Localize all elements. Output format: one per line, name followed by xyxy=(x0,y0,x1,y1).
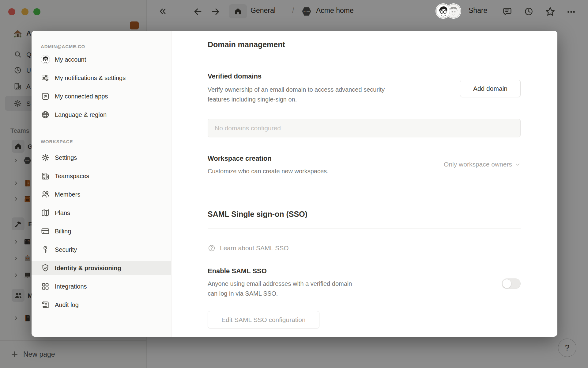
sidebar-item-identity-provisioning[interactable]: Identity & provisioning xyxy=(32,261,171,275)
learn-saml-link[interactable]: Learn about SAML SSO xyxy=(208,242,521,254)
sidebar-item-label: My notifications & settings xyxy=(55,75,126,82)
workspace-creation-heading: Workspace creation xyxy=(208,154,329,163)
sidebar-item-label: Integrations xyxy=(55,283,87,290)
workspace-creation-description: Customize who can create new workspaces. xyxy=(208,166,329,176)
enable-saml-heading: Enable SAML SSO xyxy=(208,266,352,276)
verified-domains-heading: Verified domains xyxy=(208,72,385,81)
page-title: Domain management xyxy=(208,39,521,50)
sidebar-item-label: Language & region xyxy=(55,111,107,118)
people-icon xyxy=(41,190,50,199)
sidebar-item-label: Security xyxy=(55,246,77,253)
key-icon xyxy=(41,245,50,254)
settings-sidebar: ADMIN@ACME.CO My account My notification… xyxy=(32,31,172,337)
sidebar-item-audit-log[interactable]: Audit log xyxy=(32,298,171,312)
add-domain-button[interactable]: Add domain xyxy=(460,80,521,97)
chevron-down-icon xyxy=(514,161,521,167)
question-circle-icon xyxy=(208,244,216,252)
gear-icon xyxy=(41,153,50,162)
sidebar-item-members[interactable]: Members xyxy=(32,188,171,201)
sidebar-item-plans[interactable]: Plans xyxy=(32,206,171,220)
scroll-icon xyxy=(41,300,50,309)
building-icon xyxy=(41,171,50,181)
sidebar-item-billing[interactable]: Billing xyxy=(32,224,171,238)
saml-heading: SAML Single sign-on (SSO) xyxy=(208,209,521,219)
globe-icon xyxy=(41,110,50,119)
avatar-user-1[interactable] xyxy=(436,4,450,18)
sidebar-item-my-connected-apps[interactable]: My connected apps xyxy=(32,90,171,103)
avatar-icon xyxy=(41,55,50,64)
workspace-creation-block: Workspace creation Customize who can cre… xyxy=(208,154,329,176)
sidebar-item-label: Billing xyxy=(55,228,71,235)
arrow-up-right-box-icon xyxy=(41,92,50,101)
account-section-label: ADMIN@ACME.CO xyxy=(41,41,171,52)
edit-saml-config-button[interactable]: Edit SAML SSO configuration xyxy=(208,311,319,328)
map-icon xyxy=(41,208,50,217)
divider xyxy=(208,228,521,228)
settings-modal: ADMIN@ACME.CO My account My notification… xyxy=(32,31,557,337)
learn-saml-label: Learn about SAML SSO xyxy=(220,244,289,252)
shield-check-icon xyxy=(41,263,50,273)
saml-sso-toggle[interactable] xyxy=(502,278,521,289)
domains-empty-state: No domains configured xyxy=(208,119,521,137)
sidebar-item-my-account[interactable]: My account xyxy=(32,53,171,66)
verified-domains-description: Verify ownership of an email domain to a… xyxy=(208,85,385,104)
sidebar-item-label: Identity & provisioning xyxy=(55,265,121,272)
credit-card-icon xyxy=(41,227,50,236)
workspace-section-label: WORKSPACE xyxy=(41,136,171,147)
grid-icon xyxy=(41,282,50,291)
verified-domains-block: Verified domains Verify ownership of an … xyxy=(208,72,385,104)
sidebar-item-security[interactable]: Security xyxy=(32,243,171,256)
toggle-knob xyxy=(503,279,511,288)
sidebar-item-label: Audit log xyxy=(55,301,79,309)
sidebar-item-language-region[interactable]: Language & region xyxy=(32,108,171,121)
enable-saml-description: Anyone using email addresses with a veri… xyxy=(208,279,352,298)
sidebar-item-teamspaces[interactable]: Teamspaces xyxy=(32,169,171,183)
sliders-icon xyxy=(41,73,50,82)
sidebar-item-label: My account xyxy=(55,56,86,63)
dropdown-value: Only workspace owners xyxy=(444,161,512,168)
sidebar-item-integrations[interactable]: Integrations xyxy=(32,280,171,293)
sidebar-item-label: Members xyxy=(55,191,80,198)
app: General / ACME Acme home Share A Q U A S… xyxy=(0,0,588,368)
enable-saml-block: Enable SAML SSO Anyone using email addre… xyxy=(208,266,352,298)
sidebar-item-label: Plans xyxy=(55,209,70,217)
divider xyxy=(208,58,521,58)
sidebar-item-label: Teamspaces xyxy=(55,173,89,180)
sidebar-item-label: Settings xyxy=(55,154,77,161)
sidebar-item-my-notifications[interactable]: My notifications & settings xyxy=(32,71,171,85)
sidebar-item-label: My connected apps xyxy=(55,93,108,100)
sidebar-item-settings[interactable]: Settings xyxy=(32,151,171,164)
settings-content: Domain management Verified domains Verif… xyxy=(172,31,557,337)
workspace-creation-dropdown[interactable]: Only workspace owners xyxy=(444,161,521,168)
